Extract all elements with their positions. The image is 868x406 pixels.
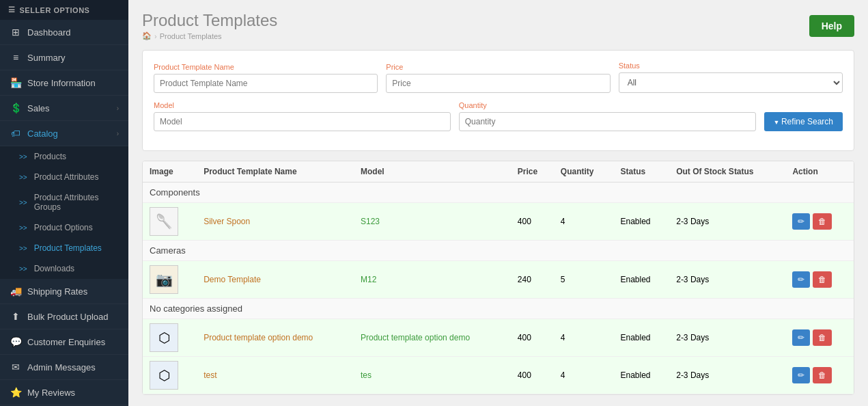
table-header-row: Image Product Template Name Model Price … — [143, 161, 854, 182]
category-name: Cameras — [143, 241, 854, 261]
row-price: 240 — [511, 261, 554, 299]
row-out-of-stock: 2-3 Days — [669, 319, 785, 357]
table-row: ⬡ test tes 400 4 Enabled 2-3 Days ✏ 🗑 — [143, 357, 854, 394]
row-image: ⬡ — [143, 357, 197, 394]
edit-button[interactable]: ✏ — [792, 367, 810, 383]
col-out-of-stock: Out Of Stock Status — [669, 161, 785, 182]
category-row: No categories assigned — [143, 299, 854, 319]
sidebar-item-customer-enquiries[interactable]: 💬 Customer Enquiries — [0, 329, 128, 355]
shipping-icon: 🚚 — [10, 286, 22, 297]
catalog-arrow: › — [117, 130, 119, 137]
sidebar-label-bulk-upload: Bulk Product Upload — [27, 312, 109, 322]
main-content: Product Templates 🏠 › Product Templates … — [128, 0, 868, 406]
sidebar-item-product-templates[interactable]: >> Product Templates — [0, 238, 128, 258]
sidebar-item-dashboard[interactable]: ⊞ Dashboard — [0, 20, 128, 45]
sidebar-item-my-reviews[interactable]: ⭐ My Reviews — [0, 380, 128, 405]
row-out-of-stock: 2-3 Days — [669, 261, 785, 299]
row-price: 400 — [511, 319, 554, 357]
edit-button[interactable]: ✏ — [792, 271, 810, 288]
sidebar-item-shipping-rates[interactable]: 🚚 Shipping Rates — [0, 279, 128, 304]
row-status: Enabled — [613, 357, 669, 394]
sidebar-item-admin-messages[interactable]: ✉ Admin Messages — [0, 355, 128, 380]
model-input[interactable] — [154, 112, 451, 131]
sidebar-item-products[interactable]: >> Products — [0, 146, 128, 167]
quantity-input[interactable] — [459, 112, 756, 131]
edit-button[interactable]: ✏ — [792, 329, 810, 346]
search-row-1: Product Template Name Price Status All E… — [154, 62, 843, 93]
sidebar-label-enquiries: Customer Enquiries — [27, 337, 105, 347]
sidebar-item-catalog[interactable]: 🏷 Catalog › — [0, 121, 128, 146]
delete-button[interactable]: 🗑 — [813, 367, 832, 383]
row-price: 400 — [511, 357, 554, 394]
prod-attr-arrow: >> — [19, 174, 27, 181]
col-quantity: Quantity — [554, 161, 614, 182]
row-image: 🥄 — [143, 203, 197, 241]
sidebar-item-product-attributes-groups[interactable]: >> Product Attributes Groups — [0, 187, 128, 217]
sidebar-item-store-information[interactable]: 🏪 Store Information — [0, 70, 128, 96]
row-quantity: 4 — [554, 319, 614, 357]
bulk-upload-icon: ⬆ — [10, 311, 22, 322]
prod-attr-groups-arrow: >> — [19, 199, 27, 206]
table-row: ⬡ Product template option demo Product t… — [143, 319, 854, 357]
sidebar-item-product-attributes[interactable]: >> Product Attributes — [0, 167, 128, 187]
quantity-label: Quantity — [459, 101, 756, 109]
category-name: Components — [143, 182, 854, 203]
delete-button[interactable]: 🗑 — [813, 213, 832, 230]
sidebar-item-summary[interactable]: ≡ Summary — [0, 45, 128, 70]
sidebar-label-downloads: Downloads — [34, 264, 74, 273]
help-button[interactable]: Help — [809, 15, 854, 37]
template-name-input[interactable] — [154, 74, 378, 93]
sidebar-label-product-attributes: Product Attributes — [34, 172, 99, 182]
sidebar-item-downloads[interactable]: >> Downloads — [0, 258, 128, 279]
row-out-of-stock: 2-3 Days — [669, 203, 785, 241]
sidebar-label-summary: Summary — [27, 53, 66, 63]
delete-button[interactable]: 🗑 — [813, 329, 832, 346]
refine-field: Refine Search — [764, 112, 843, 131]
sidebar-item-sales[interactable]: 💲 Sales › — [0, 96, 128, 121]
template-name-label: Product Template Name — [154, 63, 378, 71]
row-name: test — [197, 357, 354, 394]
downloads-arrow: >> — [19, 265, 27, 273]
home-icon: 🏠 — [142, 31, 152, 40]
sidebar-header: ☰ SELLER OPTIONS — [0, 0, 128, 20]
row-actions: ✏ 🗑 — [785, 357, 854, 394]
sidebar-label-dashboard: Dashboard — [27, 27, 71, 38]
row-out-of-stock: 2-3 Days — [669, 357, 785, 394]
col-model: Model — [354, 161, 511, 182]
table-body: Components 🥄 Silver Spoon S123 400 4 Ena… — [143, 182, 854, 394]
col-action: Action — [785, 161, 854, 182]
row-model: tes — [354, 357, 511, 394]
page-header: Product Templates 🏠 › Product Templates … — [142, 11, 854, 40]
sidebar-item-product-options[interactable]: >> Product Options — [0, 217, 128, 238]
category-row: Cameras — [143, 241, 854, 261]
col-name: Product Template Name — [197, 161, 354, 182]
status-select[interactable]: All Enabled Disabled — [619, 72, 843, 93]
sidebar-label-sales: Sales — [27, 103, 50, 113]
store-icon: 🏪 — [10, 77, 22, 88]
category-name: No categories assigned — [143, 299, 854, 319]
row-actions: ✏ 🗑 — [785, 203, 854, 241]
price-field: Price — [386, 63, 610, 93]
breadcrumb: 🏠 › Product Templates — [142, 31, 277, 40]
results-table: Image Product Template Name Model Price … — [143, 161, 854, 394]
table-row: 📷 Demo Template M12 240 5 Enabled 2-3 Da… — [143, 261, 854, 299]
edit-button[interactable]: ✏ — [792, 213, 810, 230]
page-title: Product Templates — [142, 11, 277, 30]
price-input[interactable] — [386, 74, 610, 93]
refine-search-button[interactable]: Refine Search — [764, 112, 843, 131]
delete-button[interactable]: 🗑 — [813, 271, 832, 288]
row-status: Enabled — [613, 261, 669, 299]
dashboard-icon: ⊞ — [10, 27, 22, 38]
search-panel: Product Template Name Price Status All E… — [142, 50, 854, 151]
row-quantity: 4 — [554, 357, 614, 394]
row-name: Product template option demo — [197, 319, 354, 357]
row-quantity: 5 — [554, 261, 614, 299]
sidebar-item-bulk-upload[interactable]: ⬆ Bulk Product Upload — [0, 304, 128, 329]
messages-icon: ✉ — [10, 362, 22, 373]
products-sub-arrow: >> — [19, 153, 27, 161]
product-image: ⬡ — [150, 323, 178, 352]
model-field: Model — [154, 101, 451, 131]
sidebar-label-products: Products — [34, 152, 66, 161]
sales-icon: 💲 — [10, 103, 22, 113]
page-title-area: Product Templates 🏠 › Product Templates — [142, 11, 277, 40]
